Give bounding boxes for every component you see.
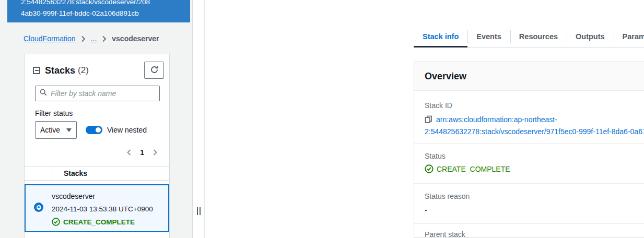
stack-id-label: Stack ID — [425, 101, 644, 110]
stack-item-status-text: CREATE_COMPLETE — [63, 218, 135, 226]
banner-arn-text: 2:544825632278:stack/vscodeserver/208 4a… — [7, 0, 190, 19]
stack-arn-line2-wrap: 2:544825632278:stack/vscodeserver/971f5e… — [425, 126, 644, 138]
split-panel-resize-handle[interactable] — [192, 0, 205, 238]
check-circle-icon — [425, 164, 434, 173]
chevron-right-icon — [102, 35, 107, 42]
stack-item-name: vscodeserver — [52, 192, 168, 200]
overview-row-status: Status CREATE_COMPLETE Detailed status - — [414, 144, 644, 184]
parent-stack-label: Parent stack — [425, 230, 644, 238]
stack-item-body: vscodeserver 2024-11-03 13:53:38 UTC+090… — [52, 190, 168, 226]
refresh-button[interactable] — [144, 62, 164, 79]
breadcrumb-ellipsis-link[interactable]: ... — [91, 34, 97, 43]
chevron-right-icon — [81, 35, 86, 42]
search-icon — [40, 89, 47, 98]
stack-arn-link[interactable]: arn:aws:cloudformation:ap-northeast-2:54… — [425, 115, 644, 138]
main-content-region: Delete Update Stack info Events Resource… — [205, 0, 644, 238]
current-page-number[interactable]: 1 — [140, 148, 144, 157]
overview-title: Overview — [425, 71, 466, 82]
status-filter-select[interactable]: Active — [35, 121, 77, 139]
status-value-text: CREATE_COMPLETE — [437, 165, 510, 173]
stack-arn-line1: arn:aws:cloudformation:ap-northeast- — [436, 115, 557, 124]
tab-outputs[interactable]: Outputs — [567, 26, 614, 47]
stacks-column-header: Stacks — [52, 166, 169, 180]
radio-selected-icon[interactable] — [34, 203, 43, 212]
overview-row-stackid: Stack ID arn:aws:cloudformation:ap-north… — [414, 91, 644, 144]
left-panel-region: 2:544825632278:stack/vscodeserver/208 4a… — [0, 0, 204, 238]
caret-down-icon — [66, 128, 72, 132]
stacks-count-badge: (2) — [78, 65, 89, 76]
breadcrumb-cloudformation-link[interactable]: CloudFormation — [24, 34, 76, 43]
stack-item-status: CREATE_COMPLETE — [52, 218, 168, 226]
status-filter-value: Active — [40, 126, 60, 134]
breadcrumb: CloudFormation ... vscodeserver — [24, 34, 159, 43]
tab-resources[interactable]: Resources — [510, 26, 567, 47]
stack-item-created-time: 2024-11-03 13:53:38 UTC+0900 — [52, 205, 168, 213]
radio-column — [26, 190, 52, 226]
view-nested-label: View nested — [107, 126, 147, 134]
status-field: Status CREATE_COMPLETE — [414, 144, 644, 183]
tab-stack-info[interactable]: Stack info — [414, 26, 467, 47]
banner-arn-line1: 2:544825632278:stack/vscodeserver/208 — [21, 0, 190, 8]
overview-panel-header: Overview — [414, 62, 644, 91]
refresh-icon — [150, 65, 159, 76]
view-nested-toggle[interactable] — [86, 126, 102, 134]
parent-stack-field: Parent stack - — [414, 224, 644, 238]
overview-panel: Overview Stack ID arn:aws:cloudformation… — [414, 62, 644, 238]
collapse-section-icon[interactable] — [33, 67, 40, 74]
stack-arn-flash-banner: 2:544825632278:stack/vscodeserver/208 4a… — [7, 0, 190, 22]
check-circle-icon — [52, 218, 60, 226]
status-reason-field: Status reason - — [414, 184, 644, 223]
status-value: CREATE_COMPLETE — [425, 164, 644, 173]
radio-column-header — [25, 166, 52, 180]
stacks-panel-header: Stacks (2) — [25, 54, 169, 79]
copy-icon[interactable] — [425, 115, 432, 123]
cloudformation-console: 2:544825632278:stack/vscodeserver/208 4a… — [0, 0, 644, 238]
stack-arn-line2: 2:544825632278:stack/vscodeserver/971f5e… — [425, 127, 644, 136]
breadcrumb-current-stack: vscodeserver — [112, 34, 159, 43]
stack-detail-tabs: Stack info Events Resources Outputs Para… — [414, 26, 644, 47]
status-reason-value: - — [425, 205, 644, 216]
overview-row-status-reason: Status reason - Root stack - — [414, 184, 644, 224]
overview-row-parent-stack: Parent stack - Created time 2024-11-03 1… — [414, 224, 644, 238]
stack-list-item-vscodeserver[interactable]: vscodeserver 2024-11-03 13:53:38 UTC+090… — [25, 184, 169, 232]
stack-filter-input[interactable] — [51, 89, 155, 98]
status-reason-label: Status reason — [425, 192, 644, 200]
toggle-knob — [96, 127, 101, 133]
status-label: Status — [425, 152, 644, 160]
filter-controls-row: Active View nested — [35, 121, 159, 139]
stacks-panel-title: Stacks — [45, 65, 75, 76]
stack-filter-searchbox — [35, 86, 160, 101]
filter-status-label: Filter status — [35, 109, 159, 117]
previous-page-icon[interactable] — [126, 149, 132, 156]
tab-events[interactable]: Events — [467, 26, 510, 47]
banner-arn-line2: 4ab30-999f-11ef-bddc-02a106d891cb — [21, 8, 190, 19]
stack-id-field: Stack ID arn:aws:cloudformation:ap-north… — [414, 91, 644, 143]
stacks-list-header: Stacks — [25, 166, 169, 181]
stacks-sidebar-panel: Stacks (2) Filter status Active — [24, 54, 170, 238]
drag-grip-icon — [196, 207, 201, 215]
stacks-pagination: 1 — [25, 147, 169, 158]
next-page-icon[interactable] — [153, 149, 158, 156]
tab-parameters[interactable]: Parameters — [614, 26, 644, 47]
